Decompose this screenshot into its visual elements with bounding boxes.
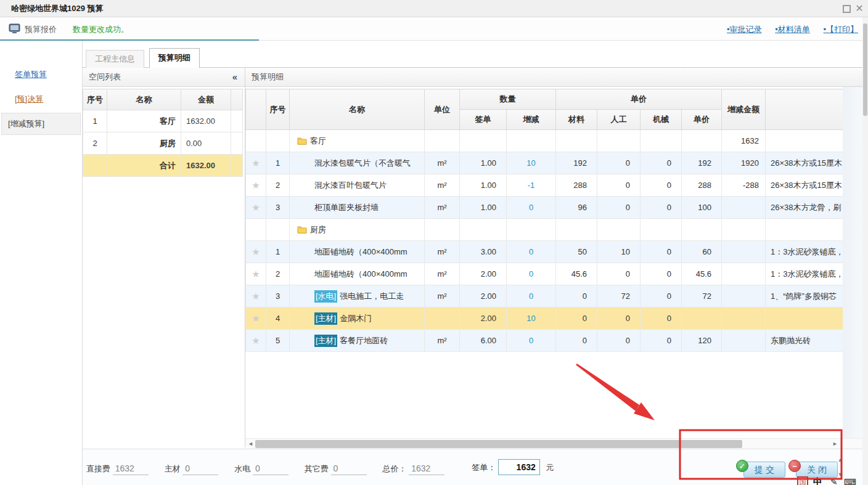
sign-amount-input[interactable] bbox=[498, 459, 540, 475]
ime-tray[interactable]: 国 中 ✎ ⌨ bbox=[797, 474, 859, 485]
tab-budget-detail[interactable]: 预算明细 bbox=[149, 48, 200, 68]
cell-labor: 10 bbox=[597, 241, 641, 263]
cell-name: 地面铺地砖（400×400mm bbox=[290, 241, 425, 263]
cell-qty-sign: 3.00 bbox=[460, 241, 507, 263]
cell-seq bbox=[266, 130, 290, 152]
space-seq: 1 bbox=[83, 110, 107, 132]
vertical-scroll-thumb[interactable] bbox=[863, 23, 867, 116]
space-row[interactable]: 2 厨房 0.00 bbox=[83, 132, 243, 155]
app-label: 预算报价 bbox=[25, 24, 57, 35]
sidebar-item-sign-budget[interactable]: 签单预算 bbox=[15, 69, 47, 80]
maximize-icon[interactable] bbox=[843, 5, 851, 13]
detail-row[interactable]: ★ 3 [水电]强电施工，电工走 m² 2.00 0 0 72 0 72 1、“… bbox=[246, 285, 843, 308]
close-window-icon[interactable]: ✕ bbox=[854, 4, 864, 14]
cell-qty-sign: 2.00 bbox=[460, 308, 507, 330]
space-seq bbox=[83, 155, 107, 177]
space-table-header-row: 序号 名称 金额 bbox=[83, 89, 243, 110]
star-icon[interactable]: ★ bbox=[252, 247, 260, 257]
cell-name: [主材]客餐厅地面砖 bbox=[290, 330, 425, 352]
detail-row[interactable]: ★ 2 地面铺地砖（400×400mm m² 2.00 0 45.6 0 0 4… bbox=[246, 263, 843, 285]
tab-project-info[interactable]: 工程主信息 bbox=[86, 50, 144, 68]
cell-machine: 0 bbox=[641, 308, 682, 330]
space-name: 厨房 bbox=[107, 132, 181, 155]
space-total-row[interactable]: 合计 1632.00 bbox=[83, 155, 243, 177]
star-icon[interactable]: ★ bbox=[252, 158, 260, 168]
cell-unit: m² bbox=[425, 330, 460, 352]
folder-icon bbox=[297, 226, 307, 234]
scroll-left-icon[interactable]: ◄ bbox=[247, 440, 255, 448]
collapse-panel-icon[interactable]: « bbox=[232, 68, 237, 86]
cell-change-amount bbox=[722, 263, 766, 285]
scroll-up-icon[interactable]: ▲ bbox=[836, 457, 845, 465]
detail-row[interactable]: ★ 1 地面铺地砖（400×400mm m² 3.00 0 50 10 0 60… bbox=[246, 241, 843, 263]
ime-pen-icon[interactable]: ✎ bbox=[830, 477, 838, 485]
cell-remark: 26×38木方或15厘木 bbox=[766, 152, 843, 174]
submit-button[interactable]: 提 交 bbox=[743, 462, 785, 478]
currency-unit: 元 bbox=[546, 463, 554, 472]
cell-unit: m² bbox=[425, 174, 460, 197]
cell-price: 288 bbox=[682, 174, 722, 197]
detail-row[interactable]: ★ 2 混水漆百叶包暖气片 m² 1.00 -1 288 0 0 288 -28… bbox=[246, 174, 843, 197]
direct-fee-label: 直接费 bbox=[86, 464, 110, 473]
ime-mode-indicator[interactable]: 中 bbox=[813, 476, 822, 485]
cell-qty-change: 0 bbox=[507, 197, 556, 219]
vertical-scrollbar[interactable] bbox=[862, 17, 868, 485]
budget-detail-table: 序号 名称 单位 数量 单价 增减金额 签单 增减 材料 人工 机械 单价 bbox=[245, 89, 843, 352]
space-amount: 0.00 bbox=[181, 132, 231, 155]
cell-change-amount bbox=[722, 197, 766, 219]
star-icon[interactable]: ★ bbox=[252, 291, 260, 301]
detail-row[interactable]: ★ 1 混水漆包暖气片（不含暖气 m² 1.00 10 192 0 0 192 … bbox=[246, 152, 843, 174]
main-area: 工程主信息 预算明细 空间列表 « 序号 名称 金额 1 客厅 16 bbox=[82, 41, 868, 485]
detail-row-selected[interactable]: ★ 4 [主材]金隅木门 2.00 10 0 0 0 bbox=[246, 308, 843, 330]
col-star bbox=[246, 89, 266, 130]
cell-labor: 0 bbox=[597, 174, 641, 197]
cell-qty-sign: 1.00 bbox=[460, 174, 507, 197]
cell-qty-change: -1 bbox=[507, 174, 556, 197]
cell-remark: 1、“鸽牌”多股铜芯 bbox=[766, 285, 843, 308]
star-icon[interactable]: ★ bbox=[252, 335, 260, 346]
ime-keyboard-icon[interactable]: ⌨ bbox=[844, 477, 856, 485]
cell-machine: 0 bbox=[641, 197, 682, 219]
cell-remark: 26×38木方或15厘木 bbox=[766, 174, 843, 197]
cell-change-amount bbox=[722, 330, 766, 352]
horizontal-scrollbar[interactable]: ◄ ► bbox=[245, 438, 868, 449]
sidebar-item-change-budget[interactable]: [增减预算] bbox=[1, 113, 81, 135]
summary-footer: 直接费 1632 主材 0 水电 0 其它费 0 总价： 1632 签单： 元 … bbox=[83, 449, 868, 485]
star-icon[interactable]: ★ bbox=[252, 202, 260, 213]
link-approval-record[interactable]: •审批记录 bbox=[727, 25, 762, 34]
detail-row[interactable]: ★ 3 柜顶单面夹板封墙 m² 1.00 0 96 0 0 100 26×38木… bbox=[246, 197, 843, 219]
scroll-right-icon[interactable]: ► bbox=[831, 440, 839, 448]
submit-check-icon: ✓ bbox=[736, 460, 748, 472]
cell-change-amount bbox=[722, 308, 766, 330]
link-print[interactable]: •【打印】 bbox=[823, 25, 858, 34]
cell-material: 0 bbox=[556, 330, 597, 352]
cell-material: 192 bbox=[556, 152, 597, 174]
space-list-panel: 空间列表 « 序号 名称 金额 1 客厅 1632.00 2 bbox=[83, 68, 245, 447]
col-material: 材料 bbox=[556, 110, 597, 130]
col-change-amount: 增减金额 bbox=[722, 89, 766, 130]
cell-star bbox=[246, 130, 266, 152]
star-icon[interactable]: ★ bbox=[252, 180, 260, 190]
cell-group-name: 客厅 bbox=[290, 130, 425, 152]
ime-language-icon[interactable]: 国 bbox=[797, 476, 808, 485]
group-row[interactable]: 客厅 1632 bbox=[246, 130, 843, 152]
link-material-list[interactable]: •材料清单 bbox=[775, 25, 810, 34]
budget-window: 哈密绿地世界城1029 预算 ✕ 预算报价 数量更改成功。 •审批记录 •材料清… bbox=[0, 0, 868, 485]
cell-remark: 1：3水泥砂浆铺底， bbox=[766, 263, 843, 285]
space-row[interactable]: 1 客厅 1632.00 bbox=[83, 110, 243, 132]
cell-star: ★ bbox=[246, 285, 266, 308]
space-list-title: 空间列表 bbox=[89, 72, 121, 81]
group-row[interactable]: 厨房 bbox=[246, 219, 843, 241]
star-icon[interactable]: ★ bbox=[252, 313, 260, 324]
col-seq: 序号 bbox=[83, 89, 107, 110]
star-icon[interactable]: ★ bbox=[252, 269, 260, 279]
cell-qty-change: 10 bbox=[507, 308, 556, 330]
horizontal-scroll-thumb[interactable] bbox=[255, 440, 742, 448]
detail-row[interactable]: ★ 5 [主材]客餐厅地面砖 m² 6.00 0 0 0 0 120 东鹏抛光砖 bbox=[246, 330, 843, 352]
cell-machine: 0 bbox=[641, 174, 682, 197]
cell-seq: 5 bbox=[266, 330, 290, 352]
sidebar-item-settlement[interactable]: [预]决算 bbox=[15, 94, 43, 105]
cell-machine: 0 bbox=[641, 263, 682, 285]
space-spacer bbox=[231, 110, 243, 132]
tab-strip: 工程主信息 预算明细 bbox=[83, 48, 868, 68]
